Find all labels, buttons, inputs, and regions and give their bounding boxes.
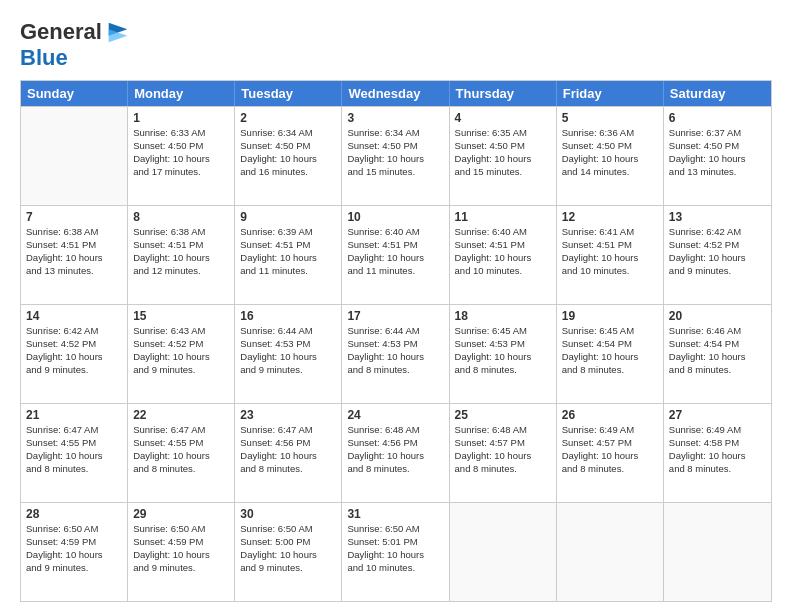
day-cell-20: 20Sunrise: 6:46 AM Sunset: 4:54 PM Dayli… (664, 305, 771, 403)
header: General Blue (20, 18, 772, 70)
day-info: Sunrise: 6:49 AM Sunset: 4:57 PM Dayligh… (562, 424, 658, 475)
week-row-5: 28Sunrise: 6:50 AM Sunset: 4:59 PM Dayli… (21, 502, 771, 601)
day-number: 1 (133, 111, 229, 125)
day-cell-3: 3Sunrise: 6:34 AM Sunset: 4:50 PM Daylig… (342, 107, 449, 205)
calendar-header: SundayMondayTuesdayWednesdayThursdayFrid… (21, 81, 771, 106)
header-day-thursday: Thursday (450, 81, 557, 106)
day-cell-31: 31Sunrise: 6:50 AM Sunset: 5:01 PM Dayli… (342, 503, 449, 601)
day-number: 23 (240, 408, 336, 422)
page: General Blue SundayMondayTuesdayWednesda… (0, 0, 792, 612)
day-cell-17: 17Sunrise: 6:44 AM Sunset: 4:53 PM Dayli… (342, 305, 449, 403)
day-cell-24: 24Sunrise: 6:48 AM Sunset: 4:56 PM Dayli… (342, 404, 449, 502)
day-info: Sunrise: 6:43 AM Sunset: 4:52 PM Dayligh… (133, 325, 229, 376)
day-info: Sunrise: 6:40 AM Sunset: 4:51 PM Dayligh… (455, 226, 551, 277)
day-cell-19: 19Sunrise: 6:45 AM Sunset: 4:54 PM Dayli… (557, 305, 664, 403)
day-cell-30: 30Sunrise: 6:50 AM Sunset: 5:00 PM Dayli… (235, 503, 342, 601)
day-number: 28 (26, 507, 122, 521)
day-info: Sunrise: 6:45 AM Sunset: 4:53 PM Dayligh… (455, 325, 551, 376)
day-number: 9 (240, 210, 336, 224)
day-cell-8: 8Sunrise: 6:38 AM Sunset: 4:51 PM Daylig… (128, 206, 235, 304)
week-row-2: 7Sunrise: 6:38 AM Sunset: 4:51 PM Daylig… (21, 205, 771, 304)
day-cell-1: 1Sunrise: 6:33 AM Sunset: 4:50 PM Daylig… (128, 107, 235, 205)
day-number: 24 (347, 408, 443, 422)
day-info: Sunrise: 6:33 AM Sunset: 4:50 PM Dayligh… (133, 127, 229, 178)
day-cell-22: 22Sunrise: 6:47 AM Sunset: 4:55 PM Dayli… (128, 404, 235, 502)
header-day-sunday: Sunday (21, 81, 128, 106)
day-cell-27: 27Sunrise: 6:49 AM Sunset: 4:58 PM Dayli… (664, 404, 771, 502)
day-info: Sunrise: 6:50 AM Sunset: 4:59 PM Dayligh… (133, 523, 229, 574)
day-cell-9: 9Sunrise: 6:39 AM Sunset: 4:51 PM Daylig… (235, 206, 342, 304)
day-cell-29: 29Sunrise: 6:50 AM Sunset: 4:59 PM Dayli… (128, 503, 235, 601)
day-info: Sunrise: 6:36 AM Sunset: 4:50 PM Dayligh… (562, 127, 658, 178)
day-number: 12 (562, 210, 658, 224)
day-info: Sunrise: 6:44 AM Sunset: 4:53 PM Dayligh… (347, 325, 443, 376)
day-info: Sunrise: 6:49 AM Sunset: 4:58 PM Dayligh… (669, 424, 766, 475)
day-info: Sunrise: 6:48 AM Sunset: 4:56 PM Dayligh… (347, 424, 443, 475)
day-info: Sunrise: 6:42 AM Sunset: 4:52 PM Dayligh… (26, 325, 122, 376)
day-info: Sunrise: 6:45 AM Sunset: 4:54 PM Dayligh… (562, 325, 658, 376)
day-number: 19 (562, 309, 658, 323)
day-cell-28: 28Sunrise: 6:50 AM Sunset: 4:59 PM Dayli… (21, 503, 128, 601)
day-cell-14: 14Sunrise: 6:42 AM Sunset: 4:52 PM Dayli… (21, 305, 128, 403)
day-number: 25 (455, 408, 551, 422)
day-info: Sunrise: 6:48 AM Sunset: 4:57 PM Dayligh… (455, 424, 551, 475)
day-number: 13 (669, 210, 766, 224)
day-info: Sunrise: 6:50 AM Sunset: 4:59 PM Dayligh… (26, 523, 122, 574)
day-number: 4 (455, 111, 551, 125)
logo-text-general: General (20, 20, 102, 44)
day-info: Sunrise: 6:46 AM Sunset: 4:54 PM Dayligh… (669, 325, 766, 376)
header-day-saturday: Saturday (664, 81, 771, 106)
day-info: Sunrise: 6:44 AM Sunset: 4:53 PM Dayligh… (240, 325, 336, 376)
day-info: Sunrise: 6:34 AM Sunset: 4:50 PM Dayligh… (240, 127, 336, 178)
day-info: Sunrise: 6:40 AM Sunset: 4:51 PM Dayligh… (347, 226, 443, 277)
day-info: Sunrise: 6:50 AM Sunset: 5:01 PM Dayligh… (347, 523, 443, 574)
day-cell-4: 4Sunrise: 6:35 AM Sunset: 4:50 PM Daylig… (450, 107, 557, 205)
day-cell-7: 7Sunrise: 6:38 AM Sunset: 4:51 PM Daylig… (21, 206, 128, 304)
day-number: 11 (455, 210, 551, 224)
day-number: 14 (26, 309, 122, 323)
day-number: 16 (240, 309, 336, 323)
day-cell-26: 26Sunrise: 6:49 AM Sunset: 4:57 PM Dayli… (557, 404, 664, 502)
week-row-3: 14Sunrise: 6:42 AM Sunset: 4:52 PM Dayli… (21, 304, 771, 403)
day-number: 22 (133, 408, 229, 422)
header-day-tuesday: Tuesday (235, 81, 342, 106)
day-number: 29 (133, 507, 229, 521)
day-number: 15 (133, 309, 229, 323)
day-cell-6: 6Sunrise: 6:37 AM Sunset: 4:50 PM Daylig… (664, 107, 771, 205)
calendar: SundayMondayTuesdayWednesdayThursdayFrid… (20, 80, 772, 602)
empty-cell (21, 107, 128, 205)
week-row-1: 1Sunrise: 6:33 AM Sunset: 4:50 PM Daylig… (21, 106, 771, 205)
day-cell-5: 5Sunrise: 6:36 AM Sunset: 4:50 PM Daylig… (557, 107, 664, 205)
day-cell-15: 15Sunrise: 6:43 AM Sunset: 4:52 PM Dayli… (128, 305, 235, 403)
day-info: Sunrise: 6:37 AM Sunset: 4:50 PM Dayligh… (669, 127, 766, 178)
day-number: 10 (347, 210, 443, 224)
day-cell-18: 18Sunrise: 6:45 AM Sunset: 4:53 PM Dayli… (450, 305, 557, 403)
day-info: Sunrise: 6:47 AM Sunset: 4:56 PM Dayligh… (240, 424, 336, 475)
day-number: 7 (26, 210, 122, 224)
day-number: 2 (240, 111, 336, 125)
day-number: 27 (669, 408, 766, 422)
day-info: Sunrise: 6:34 AM Sunset: 4:50 PM Dayligh… (347, 127, 443, 178)
day-number: 21 (26, 408, 122, 422)
header-day-friday: Friday (557, 81, 664, 106)
header-day-monday: Monday (128, 81, 235, 106)
day-cell-23: 23Sunrise: 6:47 AM Sunset: 4:56 PM Dayli… (235, 404, 342, 502)
logo-text-blue: Blue (20, 46, 132, 70)
day-cell-21: 21Sunrise: 6:47 AM Sunset: 4:55 PM Dayli… (21, 404, 128, 502)
day-number: 18 (455, 309, 551, 323)
day-info: Sunrise: 6:47 AM Sunset: 4:55 PM Dayligh… (26, 424, 122, 475)
day-number: 31 (347, 507, 443, 521)
day-info: Sunrise: 6:41 AM Sunset: 4:51 PM Dayligh… (562, 226, 658, 277)
empty-cell (664, 503, 771, 601)
day-number: 8 (133, 210, 229, 224)
day-info: Sunrise: 6:50 AM Sunset: 5:00 PM Dayligh… (240, 523, 336, 574)
day-info: Sunrise: 6:42 AM Sunset: 4:52 PM Dayligh… (669, 226, 766, 277)
day-number: 3 (347, 111, 443, 125)
day-cell-13: 13Sunrise: 6:42 AM Sunset: 4:52 PM Dayli… (664, 206, 771, 304)
calendar-body: 1Sunrise: 6:33 AM Sunset: 4:50 PM Daylig… (21, 106, 771, 601)
empty-cell (450, 503, 557, 601)
logo-flag-icon (104, 18, 132, 46)
day-number: 20 (669, 309, 766, 323)
day-info: Sunrise: 6:47 AM Sunset: 4:55 PM Dayligh… (133, 424, 229, 475)
day-cell-25: 25Sunrise: 6:48 AM Sunset: 4:57 PM Dayli… (450, 404, 557, 502)
